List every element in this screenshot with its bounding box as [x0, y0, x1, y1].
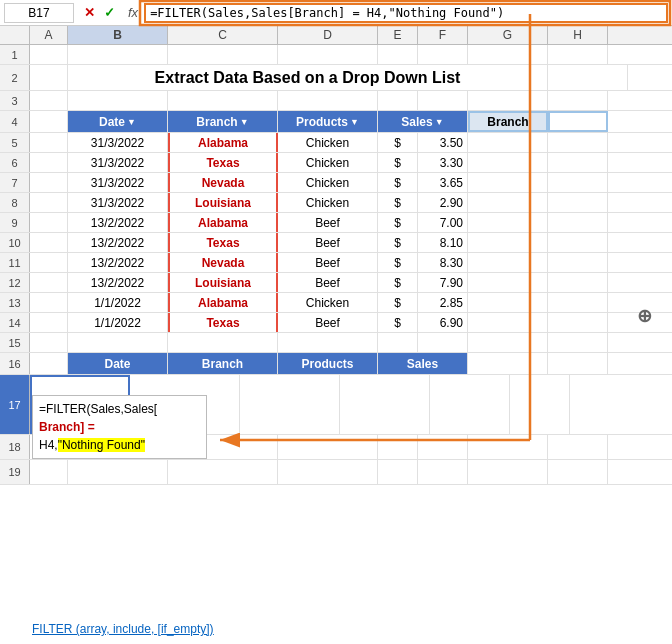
- cell-a19[interactable]: [30, 460, 68, 484]
- cell-branch-7[interactable]: Nevada: [168, 173, 278, 192]
- cell-a11[interactable]: [30, 253, 68, 272]
- cell-sales-5[interactable]: 3.50: [418, 133, 468, 152]
- cell-dollar-6[interactable]: $: [378, 153, 418, 172]
- cell-g16[interactable]: [468, 353, 548, 374]
- cell-h7[interactable]: [548, 173, 608, 192]
- cell-h17[interactable]: [510, 375, 570, 434]
- cell-g3[interactable]: [468, 91, 548, 110]
- header-date[interactable]: Date ▼: [68, 111, 168, 132]
- cell-date-10[interactable]: 13/2/2022: [68, 233, 168, 252]
- cell-sales-14[interactable]: 6.90: [418, 313, 468, 332]
- cell-h1[interactable]: [548, 45, 608, 64]
- filter-icon-sales[interactable]: ▼: [435, 117, 444, 127]
- cell-h6[interactable]: [548, 153, 608, 172]
- cell-sales-7[interactable]: 3.65: [418, 173, 468, 192]
- cell-d3[interactable]: [278, 91, 378, 110]
- header2-branch[interactable]: Branch: [168, 353, 278, 374]
- cell-branch-11[interactable]: Nevada: [168, 253, 278, 272]
- cell-b1[interactable]: [68, 45, 168, 64]
- cancel-button[interactable]: ✕: [80, 4, 98, 22]
- formula-bar-input[interactable]: =FILTER(Sales,Sales[Branch] = H4,"Nothin…: [144, 3, 668, 23]
- cell-a7[interactable]: [30, 173, 68, 192]
- col-header-c[interactable]: C: [168, 26, 278, 44]
- cell-date-9[interactable]: 13/2/2022: [68, 213, 168, 232]
- cell-title[interactable]: Extract Data Based on a Drop Down List: [68, 65, 548, 90]
- filter-icon-branch[interactable]: ▼: [240, 117, 249, 127]
- cell-f3[interactable]: [418, 91, 468, 110]
- col-header-d[interactable]: D: [278, 26, 378, 44]
- cell-date-13[interactable]: 1/1/2022: [68, 293, 168, 312]
- cell-product-6[interactable]: Chicken: [278, 153, 378, 172]
- cell-d18[interactable]: [278, 435, 378, 459]
- cell-a16[interactable]: [30, 353, 68, 374]
- cell-a3[interactable]: [30, 91, 68, 110]
- cell-h12[interactable]: [548, 273, 608, 292]
- cell-d15[interactable]: [278, 333, 378, 352]
- cell-product-12[interactable]: Beef: [278, 273, 378, 292]
- cell-g14[interactable]: [468, 313, 548, 332]
- cell-branch-5[interactable]: Alabama: [168, 133, 278, 152]
- cell-product-7[interactable]: Chicken: [278, 173, 378, 192]
- cell-a15[interactable]: [30, 333, 68, 352]
- cell-h13[interactable]: [548, 293, 608, 312]
- confirm-button[interactable]: ✓: [100, 4, 118, 22]
- cell-h8[interactable]: [548, 193, 608, 212]
- cell-date-12[interactable]: 13/2/2022: [68, 273, 168, 292]
- cell-sales-13[interactable]: 2.85: [418, 293, 468, 312]
- filter-function-link[interactable]: FILTER (array, include, [if_empty]): [32, 622, 214, 636]
- cell-a1[interactable]: [30, 45, 68, 64]
- cell-e18[interactable]: [378, 435, 418, 459]
- cell-c19[interactable]: [168, 460, 278, 484]
- col-header-g[interactable]: G: [468, 26, 548, 44]
- header2-date[interactable]: Date: [68, 353, 168, 374]
- cell-c15[interactable]: [168, 333, 278, 352]
- cell-product-10[interactable]: Beef: [278, 233, 378, 252]
- cell-a2[interactable]: [30, 65, 68, 90]
- cell-a10[interactable]: [30, 233, 68, 252]
- cell-dollar-11[interactable]: $: [378, 253, 418, 272]
- cell-f19[interactable]: [418, 460, 468, 484]
- cell-dollar-9[interactable]: $: [378, 213, 418, 232]
- cell-h15[interactable]: [548, 333, 608, 352]
- cell-product-14[interactable]: Beef: [278, 313, 378, 332]
- cell-dollar-13[interactable]: $: [378, 293, 418, 312]
- cell-date-11[interactable]: 13/2/2022: [68, 253, 168, 272]
- cell-product-11[interactable]: Beef: [278, 253, 378, 272]
- cell-b3[interactable]: [68, 91, 168, 110]
- cell-a12[interactable]: [30, 273, 68, 292]
- filter-icon-products[interactable]: ▼: [350, 117, 359, 127]
- cell-dollar-14[interactable]: $: [378, 313, 418, 332]
- col-header-e[interactable]: E: [378, 26, 418, 44]
- header-sales[interactable]: Sales ▼: [378, 111, 468, 132]
- cell-date-5[interactable]: 31/3/2022: [68, 133, 168, 152]
- cell-date-6[interactable]: 31/3/2022: [68, 153, 168, 172]
- cell-a9[interactable]: [30, 213, 68, 232]
- cell-dollar-5[interactable]: $: [378, 133, 418, 152]
- cell-product-9[interactable]: Beef: [278, 213, 378, 232]
- cell-f1[interactable]: [418, 45, 468, 64]
- cell-product-8[interactable]: Chicken: [278, 193, 378, 212]
- cell-d17[interactable]: [240, 375, 340, 434]
- cell-g4[interactable]: Branch: [468, 111, 548, 132]
- cell-h11[interactable]: [548, 253, 608, 272]
- cell-e19[interactable]: [378, 460, 418, 484]
- cell-dollar-10[interactable]: $: [378, 233, 418, 252]
- cell-h5[interactable]: [548, 133, 608, 152]
- cell-d1[interactable]: [278, 45, 378, 64]
- cell-sales-8[interactable]: 2.90: [418, 193, 468, 212]
- cell-d19[interactable]: [278, 460, 378, 484]
- cell-date-14[interactable]: 1/1/2022: [68, 313, 168, 332]
- cell-f18[interactable]: [418, 435, 468, 459]
- cell-sales-9[interactable]: 7.00: [418, 213, 468, 232]
- cell-g9[interactable]: [468, 213, 548, 232]
- col-header-h[interactable]: H: [548, 26, 608, 44]
- cell-branch-9[interactable]: Alabama: [168, 213, 278, 232]
- cell-sales-10[interactable]: 8.10: [418, 233, 468, 252]
- cell-g15[interactable]: [468, 333, 548, 352]
- cell-date-7[interactable]: 31/3/2022: [68, 173, 168, 192]
- cell-branch-8[interactable]: Louisiana: [168, 193, 278, 212]
- cell-g13[interactable]: [468, 293, 548, 312]
- col-header-a[interactable]: A: [30, 26, 68, 44]
- cell-e15[interactable]: [378, 333, 418, 352]
- cell-sales-6[interactable]: 3.30: [418, 153, 468, 172]
